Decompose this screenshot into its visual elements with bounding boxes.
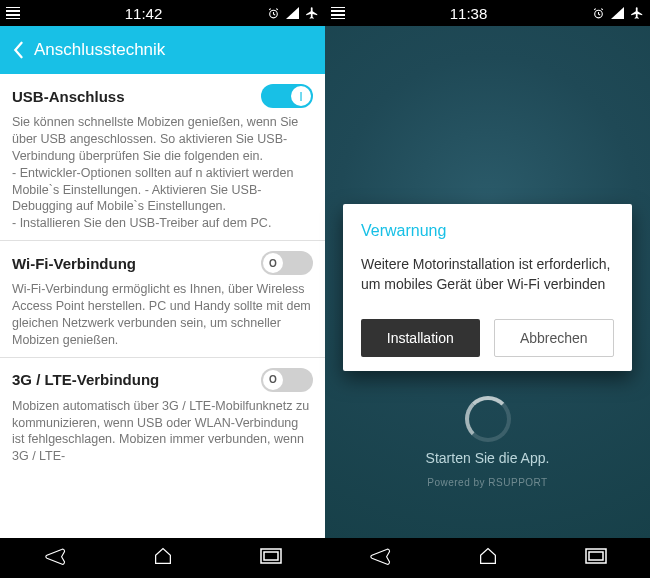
status-time: 11:38 bbox=[345, 5, 592, 22]
start-app-text: Starten Sie die App. bbox=[426, 450, 550, 466]
nav-recent-icon[interactable] bbox=[260, 548, 282, 568]
svg-rect-2 bbox=[264, 552, 278, 560]
phone-right: 11:38 Verwarnung Weitere Motorinstallati… bbox=[325, 0, 650, 578]
menu-icon bbox=[6, 7, 20, 19]
header-title: Anschlusstechnik bbox=[34, 40, 165, 60]
cancel-button[interactable]: Abbrechen bbox=[494, 319, 615, 357]
svg-rect-5 bbox=[589, 552, 603, 560]
app-launch-screen: Verwarnung Weitere Motorinstallation ist… bbox=[325, 26, 650, 538]
section-usb: USB-Anschluss Sie können schnellste Mobi… bbox=[0, 74, 325, 241]
airplane-icon bbox=[305, 6, 319, 20]
nav-bar bbox=[0, 538, 325, 578]
alarm-icon bbox=[592, 7, 605, 20]
nav-bar bbox=[325, 538, 650, 578]
section-title: USB-Anschluss bbox=[12, 88, 125, 105]
status-bar: 11:38 bbox=[325, 0, 650, 26]
nav-back-icon[interactable] bbox=[369, 547, 391, 569]
section-title: Wi-Fi-Verbindung bbox=[12, 255, 136, 272]
loading-spinner-icon bbox=[465, 396, 511, 442]
install-button[interactable]: Installation bbox=[361, 319, 480, 357]
menu-icon bbox=[331, 7, 345, 19]
section-desc: Sie können schnellste Mobizen genießen, … bbox=[12, 114, 313, 232]
nav-home-icon[interactable] bbox=[153, 547, 173, 569]
signal-icon bbox=[286, 7, 299, 19]
section-wifi: Wi-Fi-Verbindung Wi-Fi-Verbindung ermögl… bbox=[0, 241, 325, 358]
warning-dialog: Verwarnung Weitere Motorinstallation ist… bbox=[343, 204, 632, 371]
settings-list: USB-Anschluss Sie können schnellste Mobi… bbox=[0, 74, 325, 538]
alarm-icon bbox=[267, 7, 280, 20]
toggle-wifi[interactable] bbox=[261, 251, 313, 275]
status-bar: 11:42 bbox=[0, 0, 325, 26]
toggle-3g-lte[interactable] bbox=[261, 368, 313, 392]
dialog-body: Weitere Motorinstallation ist erforderli… bbox=[361, 254, 614, 295]
nav-back-icon[interactable] bbox=[44, 547, 66, 569]
phone-left: 11:42 Anschlusstechnik USB-Anschluss Sie… bbox=[0, 0, 325, 578]
status-time: 11:42 bbox=[20, 5, 267, 22]
section-desc: Wi-Fi-Verbindung ermöglicht es Ihnen, üb… bbox=[12, 281, 313, 349]
section-title: 3G / LTE-Verbindung bbox=[12, 371, 159, 388]
back-icon[interactable] bbox=[12, 41, 24, 59]
header-bar: Anschlusstechnik bbox=[0, 26, 325, 74]
toggle-usb[interactable] bbox=[261, 84, 313, 108]
section-3g-lte: 3G / LTE-Verbindung Mobizen automatisch … bbox=[0, 358, 325, 474]
dialog-title: Verwarnung bbox=[361, 222, 614, 240]
section-desc: Mobizen automatisch über 3G / LTE-Mobilf… bbox=[12, 398, 313, 466]
signal-icon bbox=[611, 7, 624, 19]
nav-recent-icon[interactable] bbox=[585, 548, 607, 568]
nav-home-icon[interactable] bbox=[478, 547, 498, 569]
airplane-icon bbox=[630, 6, 644, 20]
powered-by-text: Powered by RSUPPORT bbox=[427, 477, 547, 488]
